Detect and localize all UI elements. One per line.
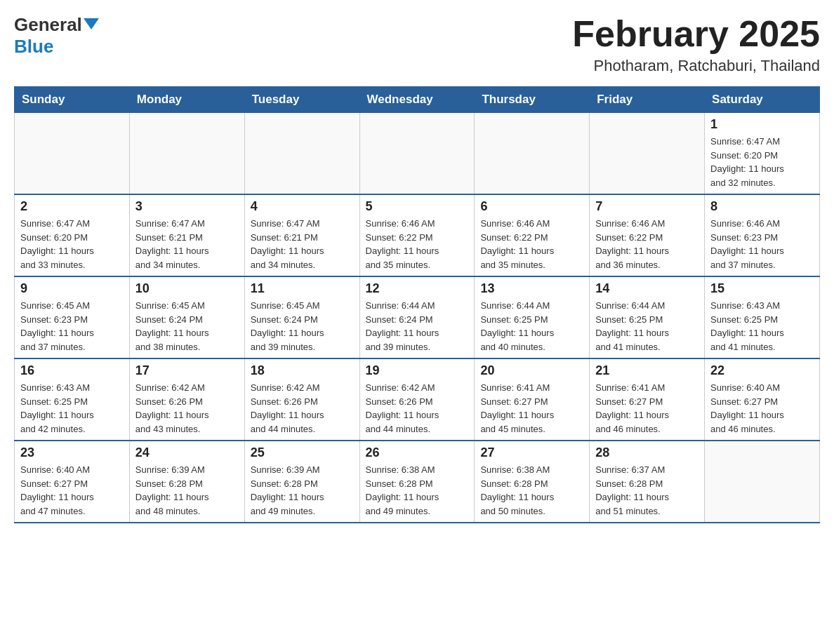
calendar-cell (244, 113, 359, 195)
calendar-cell: 9Sunrise: 6:45 AM Sunset: 6:23 PM Daylig… (15, 276, 130, 358)
calendar-cell: 15Sunrise: 6:43 AM Sunset: 6:25 PM Dayli… (705, 276, 820, 358)
day-number: 17 (135, 363, 239, 378)
calendar-subtitle: Photharam, Ratchaburi, Thailand (572, 57, 820, 75)
calendar-cell: 28Sunrise: 6:37 AM Sunset: 6:28 PM Dayli… (590, 441, 705, 523)
day-number: 25 (251, 445, 354, 460)
calendar-cell: 7Sunrise: 6:46 AM Sunset: 6:22 PM Daylig… (590, 194, 705, 276)
day-number: 18 (251, 363, 354, 378)
weekday-header-saturday: Saturday (705, 87, 820, 113)
calendar-cell: 8Sunrise: 6:46 AM Sunset: 6:23 PM Daylig… (705, 194, 820, 276)
day-number: 2 (20, 199, 124, 214)
calendar-cell: 25Sunrise: 6:39 AM Sunset: 6:28 PM Dayli… (244, 441, 359, 523)
day-number: 1 (710, 117, 814, 132)
logo-blue-text: Blue (14, 36, 53, 58)
calendar-cell: 16Sunrise: 6:43 AM Sunset: 6:25 PM Dayli… (15, 358, 130, 441)
day-number: 21 (595, 363, 699, 378)
day-info: Sunrise: 6:43 AM Sunset: 6:25 PM Dayligh… (20, 381, 124, 436)
logo-arrow-icon (84, 18, 99, 29)
calendar-cell: 24Sunrise: 6:39 AM Sunset: 6:28 PM Dayli… (129, 441, 244, 523)
day-info: Sunrise: 6:41 AM Sunset: 6:27 PM Dayligh… (595, 381, 699, 436)
calendar-week-row: 16Sunrise: 6:43 AM Sunset: 6:25 PM Dayli… (15, 358, 820, 441)
calendar-cell (705, 441, 820, 523)
calendar-cell: 27Sunrise: 6:38 AM Sunset: 6:28 PM Dayli… (475, 441, 590, 523)
calendar-cell (359, 113, 475, 195)
day-number: 8 (710, 199, 814, 214)
day-info: Sunrise: 6:39 AM Sunset: 6:28 PM Dayligh… (251, 463, 354, 518)
day-number: 15 (710, 281, 814, 296)
calendar-cell: 5Sunrise: 6:46 AM Sunset: 6:22 PM Daylig… (359, 194, 475, 276)
day-number: 4 (251, 199, 354, 214)
calendar-cell: 21Sunrise: 6:41 AM Sunset: 6:27 PM Dayli… (590, 358, 705, 441)
calendar-week-row: 23Sunrise: 6:40 AM Sunset: 6:27 PM Dayli… (15, 441, 820, 523)
day-info: Sunrise: 6:42 AM Sunset: 6:26 PM Dayligh… (366, 381, 469, 436)
weekday-header-row: SundayMondayTuesdayWednesdayThursdayFrid… (15, 87, 820, 113)
calendar-cell: 19Sunrise: 6:42 AM Sunset: 6:26 PM Dayli… (359, 358, 475, 441)
day-info: Sunrise: 6:45 AM Sunset: 6:24 PM Dayligh… (251, 299, 354, 354)
weekday-header-tuesday: Tuesday (244, 87, 359, 113)
calendar-cell: 6Sunrise: 6:46 AM Sunset: 6:22 PM Daylig… (475, 194, 590, 276)
calendar-cell: 10Sunrise: 6:45 AM Sunset: 6:24 PM Dayli… (129, 276, 244, 358)
day-number: 10 (135, 281, 239, 296)
day-number: 14 (595, 281, 699, 296)
day-info: Sunrise: 6:47 AM Sunset: 6:21 PM Dayligh… (251, 217, 354, 271)
calendar-cell: 26Sunrise: 6:38 AM Sunset: 6:28 PM Dayli… (359, 441, 475, 523)
day-number: 5 (366, 199, 469, 214)
day-info: Sunrise: 6:42 AM Sunset: 6:26 PM Dayligh… (135, 381, 239, 436)
calendar-cell: 14Sunrise: 6:44 AM Sunset: 6:25 PM Dayli… (590, 276, 705, 358)
calendar-cell (129, 113, 244, 195)
day-info: Sunrise: 6:42 AM Sunset: 6:26 PM Dayligh… (251, 381, 354, 436)
day-info: Sunrise: 6:46 AM Sunset: 6:22 PM Dayligh… (595, 217, 699, 271)
day-info: Sunrise: 6:40 AM Sunset: 6:27 PM Dayligh… (710, 381, 814, 436)
day-number: 13 (480, 281, 583, 296)
day-number: 28 (595, 445, 699, 460)
day-number: 19 (366, 363, 469, 378)
logo: General Blue (14, 14, 99, 58)
title-block: February 2025 Photharam, Ratchaburi, Tha… (572, 14, 820, 75)
day-info: Sunrise: 6:43 AM Sunset: 6:25 PM Dayligh… (710, 299, 814, 354)
day-info: Sunrise: 6:45 AM Sunset: 6:24 PM Dayligh… (135, 299, 239, 354)
day-info: Sunrise: 6:40 AM Sunset: 6:27 PM Dayligh… (20, 463, 124, 518)
weekday-header-monday: Monday (129, 87, 244, 113)
calendar-cell: 3Sunrise: 6:47 AM Sunset: 6:21 PM Daylig… (129, 194, 244, 276)
day-info: Sunrise: 6:47 AM Sunset: 6:21 PM Dayligh… (135, 217, 239, 271)
calendar-cell (475, 113, 590, 195)
calendar-cell (15, 113, 130, 195)
calendar-cell: 13Sunrise: 6:44 AM Sunset: 6:25 PM Dayli… (475, 276, 590, 358)
day-number: 24 (135, 445, 239, 460)
day-info: Sunrise: 6:44 AM Sunset: 6:25 PM Dayligh… (595, 299, 699, 354)
calendar-cell: 1Sunrise: 6:47 AM Sunset: 6:20 PM Daylig… (705, 113, 820, 195)
weekday-header-wednesday: Wednesday (359, 87, 475, 113)
calendar-cell: 2Sunrise: 6:47 AM Sunset: 6:20 PM Daylig… (15, 194, 130, 276)
weekday-header-thursday: Thursday (475, 87, 590, 113)
logo-general-text: General (14, 14, 82, 36)
day-info: Sunrise: 6:46 AM Sunset: 6:23 PM Dayligh… (710, 217, 814, 271)
day-number: 12 (366, 281, 469, 296)
day-info: Sunrise: 6:38 AM Sunset: 6:28 PM Dayligh… (366, 463, 469, 518)
calendar-week-row: 9Sunrise: 6:45 AM Sunset: 6:23 PM Daylig… (15, 276, 820, 358)
day-number: 23 (20, 445, 124, 460)
day-info: Sunrise: 6:45 AM Sunset: 6:23 PM Dayligh… (20, 299, 124, 354)
calendar-cell: 17Sunrise: 6:42 AM Sunset: 6:26 PM Dayli… (129, 358, 244, 441)
calendar-cell: 20Sunrise: 6:41 AM Sunset: 6:27 PM Dayli… (475, 358, 590, 441)
day-info: Sunrise: 6:41 AM Sunset: 6:27 PM Dayligh… (480, 381, 583, 436)
calendar-week-row: 2Sunrise: 6:47 AM Sunset: 6:20 PM Daylig… (15, 194, 820, 276)
day-number: 16 (20, 363, 124, 378)
calendar-cell: 23Sunrise: 6:40 AM Sunset: 6:27 PM Dayli… (15, 441, 130, 523)
calendar-title: February 2025 (572, 14, 820, 54)
day-info: Sunrise: 6:47 AM Sunset: 6:20 PM Dayligh… (710, 135, 814, 189)
day-number: 11 (251, 281, 354, 296)
day-info: Sunrise: 6:37 AM Sunset: 6:28 PM Dayligh… (595, 463, 699, 518)
calendar-cell: 12Sunrise: 6:44 AM Sunset: 6:24 PM Dayli… (359, 276, 475, 358)
calendar-cell: 22Sunrise: 6:40 AM Sunset: 6:27 PM Dayli… (705, 358, 820, 441)
day-number: 6 (480, 199, 583, 214)
calendar-table: SundayMondayTuesdayWednesdayThursdayFrid… (14, 86, 820, 523)
weekday-header-sunday: Sunday (15, 87, 130, 113)
day-number: 27 (480, 445, 583, 460)
day-info: Sunrise: 6:47 AM Sunset: 6:20 PM Dayligh… (20, 217, 124, 271)
day-number: 20 (480, 363, 583, 378)
calendar-cell: 4Sunrise: 6:47 AM Sunset: 6:21 PM Daylig… (244, 194, 359, 276)
weekday-header-friday: Friday (590, 87, 705, 113)
day-number: 7 (595, 199, 699, 214)
day-number: 9 (20, 281, 124, 296)
day-info: Sunrise: 6:39 AM Sunset: 6:28 PM Dayligh… (135, 463, 239, 518)
